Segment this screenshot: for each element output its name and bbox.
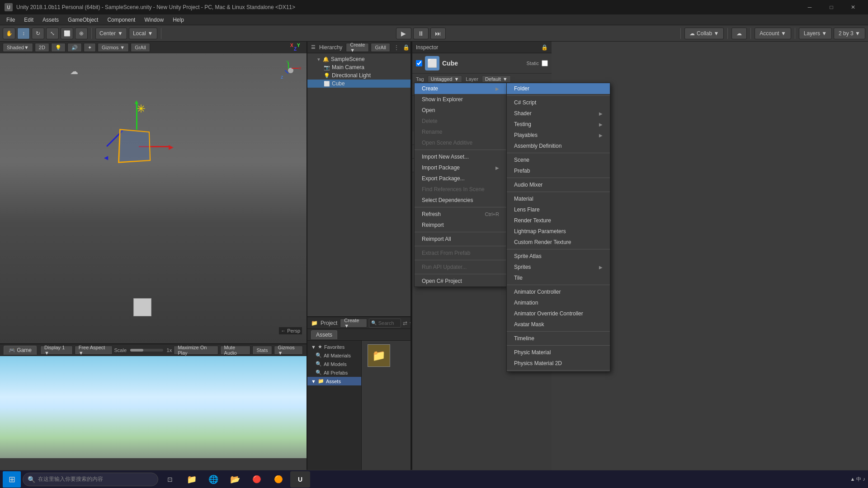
taskbar-folder2[interactable]: 📂 bbox=[225, 471, 245, 488]
ctx-reimport-all[interactable]: Reimport All bbox=[415, 234, 506, 244]
ctx-show-explorer[interactable]: Show in Explorer bbox=[415, 94, 506, 105]
menu-component[interactable]: Component bbox=[103, 16, 140, 24]
ctx-create[interactable]: Create ▶ bbox=[415, 83, 506, 94]
all-materials-tree-item[interactable]: 🔍 All Materials bbox=[307, 351, 361, 360]
collab-button[interactable]: ☁ Collab ▼ bbox=[684, 28, 724, 39]
menu-help[interactable]: Help bbox=[168, 16, 189, 24]
scene-search-field[interactable]: GrAll bbox=[131, 43, 150, 52]
assets-tree-item[interactable]: ▼ 📁 Assets bbox=[307, 377, 361, 385]
inspector-lock-icon[interactable]: 🔒 bbox=[541, 44, 548, 51]
scene-light-button[interactable]: 💡 bbox=[51, 43, 66, 52]
scale-tool-button[interactable]: ⤡ bbox=[46, 28, 59, 39]
layer-dropdown[interactable]: Default ▼ bbox=[482, 75, 511, 83]
create-render-texture[interactable]: Render Texture bbox=[507, 215, 610, 226]
hierarchy-create-button[interactable]: Create ▼ bbox=[346, 43, 369, 52]
display-dropdown[interactable]: Display 1 ▼ bbox=[40, 346, 73, 355]
account-button[interactable]: Account ▼ bbox=[755, 28, 791, 39]
static-checkbox[interactable] bbox=[542, 60, 548, 66]
start-button[interactable]: ⊞ bbox=[3, 471, 21, 488]
scene-gizmos-button[interactable]: Gizmos ▼ bbox=[98, 43, 129, 52]
create-sprite-atlas[interactable]: Sprite Atlas bbox=[507, 251, 610, 262]
pivot-dropdown[interactable]: Center ▼ bbox=[95, 28, 127, 39]
create-material[interactable]: Material bbox=[507, 193, 610, 204]
rect-tool-button[interactable]: ⬜ bbox=[61, 28, 73, 39]
maximize-on-play-button[interactable]: Maximize On Play bbox=[174, 346, 218, 355]
play-button[interactable]: ▶ bbox=[396, 28, 411, 39]
create-audio-mixer[interactable]: Audio Mixer bbox=[507, 179, 610, 190]
create-sprites[interactable]: Sprites ▶ bbox=[507, 262, 610, 272]
create-lightmap-parameters[interactable]: Lightmap Parameters bbox=[507, 226, 610, 237]
project-asset-item[interactable]: 📁 bbox=[365, 344, 392, 376]
create-prefab[interactable]: Prefab bbox=[507, 165, 610, 176]
hierarchy-item-samplescene[interactable]: ▼ 🔔 SampleScene bbox=[307, 55, 410, 63]
taskbar-chrome[interactable]: 🔴 bbox=[247, 471, 267, 488]
transform-tool-button[interactable]: ⊕ bbox=[75, 28, 88, 39]
all-models-tree-item[interactable]: 🔍 All Models bbox=[307, 360, 361, 368]
scene-vfx-button[interactable]: ✦ bbox=[84, 43, 96, 52]
create-shader[interactable]: Shader ▶ bbox=[507, 108, 610, 119]
layout-button[interactable]: 2 by 3 ▼ bbox=[834, 28, 865, 39]
project-create-button[interactable]: Create ▼ bbox=[340, 319, 367, 328]
ctx-import-new-asset[interactable]: Import New Asset... bbox=[415, 151, 506, 162]
hierarchy-search-field[interactable]: GrAll bbox=[371, 43, 390, 52]
taskbar-task-view[interactable]: ⊡ bbox=[160, 471, 180, 488]
create-assembly-definition[interactable]: Assembly Definition bbox=[507, 141, 610, 151]
mute-audio-button[interactable]: Mute Audio bbox=[220, 346, 251, 355]
scale-slider[interactable] bbox=[130, 349, 163, 352]
pause-button[interactable]: ⏸ bbox=[413, 28, 429, 39]
create-physic-material[interactable]: Physic Material bbox=[507, 347, 610, 358]
create-animator-controller[interactable]: Animator Controller bbox=[507, 286, 610, 297]
create-csharp-script[interactable]: C# Script bbox=[507, 97, 610, 108]
create-testing[interactable]: Testing ▶ bbox=[507, 119, 610, 130]
shading-mode-button[interactable]: Shaded ▼ bbox=[3, 43, 33, 52]
ctx-open-csharp-project[interactable]: Open C# Project bbox=[415, 276, 506, 286]
hand-tool-button[interactable]: ✋ bbox=[3, 28, 15, 39]
create-playables[interactable]: Playables ▶ bbox=[507, 130, 610, 141]
translate-tool-button[interactable]: ↕ bbox=[17, 28, 30, 39]
object-name-field[interactable]: Cube bbox=[442, 60, 524, 67]
layers-button[interactable]: Layers ▼ bbox=[799, 28, 832, 39]
create-tile[interactable]: Tile bbox=[507, 272, 610, 283]
maximize-button[interactable]: □ bbox=[821, 0, 842, 14]
game-tab[interactable]: 🎮 Game bbox=[4, 346, 37, 355]
project-sync-icon[interactable]: ⇄ bbox=[403, 320, 407, 326]
hierarchy-options-icon[interactable]: ⋮ bbox=[394, 44, 399, 51]
create-timeline[interactable]: Timeline bbox=[507, 333, 610, 344]
game-gizmos-button[interactable]: Gizmos ▼ bbox=[274, 346, 303, 355]
create-custom-render-texture[interactable]: Custom Render Texture bbox=[507, 237, 610, 248]
ctx-import-package[interactable]: Import Package ▶ bbox=[415, 162, 506, 173]
menu-window[interactable]: Window bbox=[140, 16, 168, 24]
2d-button[interactable]: 2D bbox=[35, 43, 49, 52]
project-star-icon[interactable]: ★ bbox=[409, 320, 410, 326]
close-button[interactable]: ✕ bbox=[843, 0, 863, 14]
create-animator-override-controller[interactable]: Animator Override Controller bbox=[507, 308, 610, 319]
ctx-export-package[interactable]: Export Package... bbox=[415, 173, 506, 184]
project-search-field[interactable]: 🔍 Search bbox=[369, 319, 401, 328]
hierarchy-item-directionallight[interactable]: 💡 Directional Light bbox=[307, 71, 410, 80]
cloud-button[interactable]: ☁ bbox=[731, 28, 747, 39]
ctx-select-dependencies[interactable]: Select Dependencies bbox=[415, 195, 506, 206]
taskbar-search[interactable]: 🔍 在这里输入你要搜索的内容 bbox=[23, 473, 158, 486]
ctx-open[interactable]: Open bbox=[415, 105, 506, 116]
all-prefabs-tree-item[interactable]: 🔍 All Prefabs bbox=[307, 368, 361, 377]
step-button[interactable]: ⏭ bbox=[430, 28, 446, 39]
menu-gameobject[interactable]: GameObject bbox=[63, 16, 103, 24]
menu-file[interactable]: File bbox=[2, 16, 19, 24]
scene-cube[interactable]: ▲ ▶ ◀ bbox=[120, 130, 151, 161]
hierarchy-lock-icon[interactable]: 🔒 bbox=[403, 44, 410, 51]
menu-assets[interactable]: Assets bbox=[38, 16, 63, 24]
menu-edit[interactable]: Edit bbox=[19, 16, 38, 24]
create-scene[interactable]: Scene bbox=[507, 155, 610, 165]
space-dropdown[interactable]: Local ▼ bbox=[129, 28, 157, 39]
ctx-reimport[interactable]: Reimport bbox=[415, 220, 506, 230]
rotate-tool-button[interactable]: ↻ bbox=[32, 28, 44, 39]
object-active-checkbox[interactable] bbox=[416, 60, 422, 66]
aspect-dropdown[interactable]: Free Aspect ▼ bbox=[75, 346, 113, 355]
create-animation[interactable]: Animation bbox=[507, 297, 610, 308]
create-folder[interactable]: Folder bbox=[507, 83, 610, 94]
hierarchy-item-maincamera[interactable]: 📷 Main Camera bbox=[307, 63, 410, 71]
create-avatar-mask[interactable]: Avatar Mask bbox=[507, 319, 610, 330]
tag-dropdown[interactable]: Untagged ▼ bbox=[428, 75, 462, 83]
taskbar-unity-app[interactable]: U bbox=[290, 471, 310, 488]
scene-audio-button[interactable]: 🔊 bbox=[67, 43, 82, 52]
